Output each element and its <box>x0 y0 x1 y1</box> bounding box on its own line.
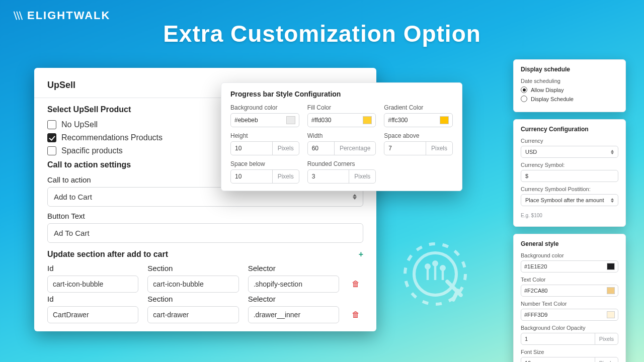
button-text-input[interactable]: Ad To Cart <box>47 223 363 243</box>
currency-position-label: Currency Symbool Postition: <box>521 186 618 192</box>
pb-fill-input[interactable]: #ffd030 <box>307 113 376 127</box>
col-section-label: Section <box>147 264 238 273</box>
update-section-title: Update section after add to cart <box>47 250 168 259</box>
col-id-label: Id <box>47 264 138 273</box>
col-id-label: Id <box>47 295 138 303</box>
color-swatch-icon <box>607 311 615 318</box>
currency-label: Currency <box>521 138 618 144</box>
color-swatch-icon <box>607 287 615 294</box>
schedule-date-label: Date scheduling <box>521 78 618 84</box>
pb-title: Progress bar Style Configuration <box>230 90 453 98</box>
col-selector-label: Selector <box>248 295 339 303</box>
pb-grad-label: Gradient Color <box>384 104 453 111</box>
gen-font-size-label: Font Size <box>521 349 618 355</box>
pb-fill-label: Fill Color <box>307 104 376 111</box>
select-stepper-icon <box>611 198 614 203</box>
color-swatch-icon <box>607 263 615 270</box>
gen-text-label: Text Color <box>521 277 618 283</box>
allow-display-radio[interactable]: Allow Display <box>521 86 618 93</box>
svg-point-2 <box>426 265 429 268</box>
upsell-option-label: Spacific products <box>61 146 123 155</box>
gear-decoration-icon <box>397 236 473 312</box>
currency-select[interactable]: USD <box>521 146 618 158</box>
pb-width-label: Width <box>307 132 376 139</box>
pb-bg-label: Background color <box>230 104 299 111</box>
col-selector-label: Selector <box>248 264 339 273</box>
radio-icon <box>521 86 527 93</box>
progress-bar-style-card: Progress bar Style Configuration Backgro… <box>221 82 462 191</box>
pb-space-below-input[interactable]: 10Pixels <box>230 169 299 184</box>
select-stepper-icon <box>353 194 357 200</box>
gen-opacity-input[interactable]: 1Pixels <box>521 333 618 345</box>
color-swatch-icon <box>286 116 295 124</box>
gen-opacity-label: Background Color Opacity <box>521 325 618 331</box>
svg-point-4 <box>441 266 444 269</box>
pb-space-below-label: Space below <box>230 160 299 167</box>
checkbox-icon <box>47 120 56 129</box>
button-text-value: Ad To Cart <box>54 229 90 237</box>
brand-logo: ELIGHTWALK <box>12 9 110 22</box>
gen-number-input[interactable]: #FFF3D9 <box>521 309 618 321</box>
pb-space-above-label: Space above <box>384 132 453 139</box>
general-style-title: General style <box>521 240 618 247</box>
checkbox-icon <box>47 146 56 155</box>
update-rows-grid: Id cart-icon-bubble Section cart-icon-bu… <box>47 262 363 323</box>
currency-position-select[interactable]: Place Symbool after the amount <box>521 194 618 206</box>
col-section-label: Section <box>147 295 238 303</box>
pb-height-input[interactable]: 10Pixels <box>230 141 299 155</box>
color-swatch-icon <box>440 116 449 124</box>
radio-icon <box>521 96 527 102</box>
row1-selector-input[interactable]: .shopify-section <box>248 276 339 293</box>
display-schedule-card: Display schedule Date scheduling Allow D… <box>513 59 626 112</box>
schedule-title: Display schedule <box>521 66 618 73</box>
pb-height-label: Height <box>230 132 299 139</box>
trash-icon: 🗑 <box>352 280 360 288</box>
currency-config-card: Currency Configuration Currency USD Curr… <box>513 119 626 227</box>
display-schedule-radio[interactable]: Display Schedule <box>521 96 618 102</box>
pb-space-above-input[interactable]: 7Pixels <box>384 141 453 155</box>
add-row-button[interactable]: + <box>359 250 363 259</box>
trash-icon: 🗑 <box>352 310 360 319</box>
currency-symbol-input[interactable]: $ <box>521 170 618 182</box>
gen-number-label: Number Text Color <box>521 301 618 307</box>
gen-bg-label: Background color <box>521 252 618 258</box>
row2-delete-button[interactable]: 🗑 <box>348 310 363 323</box>
svg-point-3 <box>434 262 437 265</box>
pb-width-input[interactable]: 60Percentage <box>307 141 376 155</box>
currency-symbol-label: Currency Symbol: <box>521 162 618 168</box>
row1-id-input[interactable]: cart-icon-bubble <box>47 276 138 293</box>
button-text-label: Button Text <box>47 212 363 220</box>
currency-title: Currency Configuration <box>521 126 618 133</box>
row1-delete-button[interactable]: 🗑 <box>348 280 363 293</box>
pb-grad-input[interactable]: #ffc300 <box>384 113 453 127</box>
pb-rounded-label: Rounded Corners <box>307 160 376 167</box>
row1-section-input[interactable]: cart-icon-bubble <box>147 276 238 293</box>
currency-hint: E.g. $100 <box>521 213 542 218</box>
brand-logo-icon <box>12 10 23 21</box>
row2-selector-input[interactable]: .drawer__inner <box>248 306 339 323</box>
row2-id-input[interactable]: CartDrawer <box>47 306 138 323</box>
page-title: Extra Customization Option <box>163 20 481 47</box>
checkbox-icon <box>47 133 56 142</box>
brand-name: ELIGHTWALK <box>27 9 110 22</box>
pb-rounded-input[interactable]: 3Pixels <box>307 169 376 184</box>
gen-font-size-input[interactable]: 16Pixels <box>521 357 618 362</box>
select-stepper-icon <box>611 150 614 154</box>
general-style-card: General style Background color #1E1E20 T… <box>513 234 626 362</box>
gen-text-input[interactable]: #F2CA80 <box>521 285 618 297</box>
upsell-option-label: Recommendations Products <box>61 133 163 142</box>
pb-bg-input[interactable]: #ebebeb <box>230 113 299 127</box>
upsell-option-label: No UpSell <box>61 120 98 129</box>
color-swatch-icon <box>363 116 372 124</box>
cta-select-value: Add to Cart <box>54 193 92 201</box>
row2-section-input[interactable]: cart-drawer <box>147 306 238 323</box>
right-rail: Display schedule Date scheduling Allow D… <box>513 59 626 362</box>
gen-bg-input[interactable]: #1E1E20 <box>521 260 618 273</box>
